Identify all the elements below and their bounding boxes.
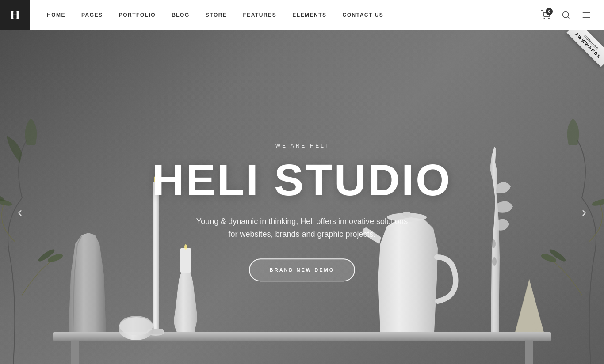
nav-pages[interactable]: PAGES bbox=[73, 0, 111, 30]
search-button[interactable] bbox=[557, 6, 575, 24]
hero-description: Young & dynamic in thinking, Heli offers… bbox=[147, 215, 457, 241]
cart-button[interactable]: 0 bbox=[537, 6, 554, 24]
hero-desc-line1: Young & dynamic in thinking, Heli offers… bbox=[196, 217, 408, 226]
nav-contact[interactable]: CONTACT US bbox=[335, 0, 392, 30]
nav-elements[interactable]: ELEMENTS bbox=[284, 0, 334, 30]
hero-subtitle: WE ARE HELI bbox=[147, 143, 457, 149]
next-arrow-icon: › bbox=[582, 205, 586, 220]
nav-features[interactable]: FEATURES bbox=[235, 0, 284, 30]
nav-portfolio[interactable]: PORTFOLIO bbox=[111, 0, 164, 30]
navbar: H HOME PAGES PORTFOLIO BLOG STORE FEATUR… bbox=[0, 0, 604, 30]
svg-point-0 bbox=[544, 18, 545, 19]
hero-content: WE ARE HELI HELI STUDIO Young & dynamic … bbox=[147, 143, 457, 281]
hero-section: WE ARE HELI HELI STUDIO Young & dynamic … bbox=[0, 30, 604, 364]
awwwards-inner: NOMINEE AWWWARDS bbox=[566, 30, 604, 67]
prev-arrow-button[interactable]: ‹ bbox=[9, 201, 31, 223]
nav-store[interactable]: STORE bbox=[198, 0, 235, 30]
nav-blog[interactable]: BLOG bbox=[164, 0, 198, 30]
svg-line-3 bbox=[568, 16, 570, 18]
search-icon bbox=[562, 11, 570, 19]
cart-badge: 0 bbox=[546, 8, 553, 15]
prev-arrow-icon: ‹ bbox=[18, 205, 22, 220]
nav-home[interactable]: HOME bbox=[39, 0, 73, 30]
svg-point-2 bbox=[563, 11, 569, 17]
hero-title: HELI STUDIO bbox=[147, 158, 457, 202]
hamburger-icon bbox=[581, 10, 591, 20]
next-arrow-button[interactable]: › bbox=[573, 201, 595, 223]
hero-desc-line2: for websites, brands and graphic project… bbox=[228, 230, 375, 239]
hero-cta-button[interactable]: BRAND NEW DEMO bbox=[249, 258, 356, 281]
menu-button[interactable] bbox=[577, 6, 595, 24]
svg-point-1 bbox=[548, 18, 549, 19]
logo[interactable]: H bbox=[0, 0, 30, 30]
nav-links: HOME PAGES PORTFOLIO BLOG STORE FEATURES… bbox=[30, 0, 537, 30]
logo-letter: H bbox=[10, 8, 20, 22]
navbar-actions: 0 bbox=[537, 6, 604, 24]
awwwards-badge[interactable]: NOMINEE AWWWARDS bbox=[564, 30, 604, 70]
